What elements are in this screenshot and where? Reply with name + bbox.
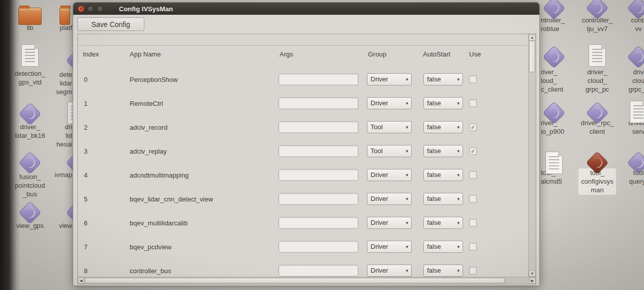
scroll-down-icon[interactable]: ▼: [529, 270, 536, 277]
app-diamond-icon: [627, 45, 644, 68]
autostart-select[interactable]: false ▾: [423, 145, 463, 157]
horizontal-scrollbar[interactable]: ◀ ▶: [78, 277, 536, 284]
table-row: 3 adciv_replay Tool ▾ false ▾ ✓: [78, 139, 528, 163]
scroll-up-icon[interactable]: ▲: [529, 34, 536, 41]
use-checkbox[interactable]: ✓: [469, 123, 477, 131]
use-checkbox[interactable]: [469, 75, 477, 83]
desktop-icon[interactable]: drivclougrpc_s: [608, 45, 644, 94]
maximize-icon[interactable]: [97, 6, 104, 12]
desktop-icon[interactable]: view: [11, 200, 72, 230]
use-checkbox[interactable]: [469, 99, 477, 107]
group-select[interactable]: Driver ▾: [367, 73, 412, 85]
close-icon[interactable]: ✕: [78, 6, 84, 12]
group-select[interactable]: Driver ▾: [367, 97, 412, 109]
group-select[interactable]: Tool ▾: [367, 145, 412, 157]
autostart-select-value: false: [427, 75, 441, 83]
desktop-icon-label: view: [11, 221, 72, 230]
autostart-select[interactable]: false ▾: [423, 121, 463, 133]
table-top-divider: [78, 45, 528, 46]
args-input[interactable]: [279, 145, 358, 157]
row-app-name: bqev_lidar_cnn_detect_view: [130, 195, 213, 202]
args-input[interactable]: [279, 217, 358, 228]
autostart-select-value: false: [427, 99, 441, 107]
row-app-name: controller_bus: [130, 267, 171, 274]
chevron-down-icon: ▾: [457, 196, 459, 201]
chevron-down-icon: ▾: [457, 149, 459, 154]
args-input[interactable]: [279, 265, 358, 276]
column-header-autostart: AutoStart: [423, 50, 450, 58]
row-app-name: adciv_replay: [130, 147, 167, 155]
group-select[interactable]: Driver ▾: [367, 193, 412, 205]
chevron-down-icon: ▾: [457, 220, 459, 225]
row-index: 8: [84, 267, 87, 274]
desktop-icon[interactable]: platf: [11, 4, 72, 32]
folder-icon: [59, 8, 70, 25]
row-index: 5: [84, 195, 87, 202]
table-row: 6 bqev_multilidarcalib Driver ▾ false ▾: [78, 211, 528, 235]
autostart-select[interactable]: false ▾: [423, 73, 463, 85]
column-header-use: Use: [469, 50, 481, 58]
row-app-name: bqev_pcdview: [130, 243, 171, 250]
use-checkbox[interactable]: [469, 195, 477, 202]
column-header-args: Args: [280, 50, 293, 58]
args-input[interactable]: [279, 193, 358, 205]
row-index: 2: [84, 123, 87, 131]
document-icon: [545, 152, 563, 174]
window-titlebar[interactable]: ✕ Config IVSysMan: [73, 3, 539, 15]
table-row: 0 PerceptionShow Driver ▾ false ▾: [78, 67, 528, 91]
use-checkbox[interactable]: [469, 243, 477, 250]
config-window: ✕ Config IVSysMan Save Config Index App …: [73, 2, 540, 286]
group-select[interactable]: Driver ▾: [367, 217, 412, 229]
scroll-right-icon[interactable]: ▶: [529, 277, 536, 284]
desktop-icon[interactable]: driver_serv: [608, 100, 644, 136]
chevron-down-icon: ▾: [406, 101, 408, 106]
autostart-select[interactable]: false ▾: [423, 241, 463, 253]
desktop-icon[interactable]: drilidhesai: [11, 101, 72, 149]
autostart-select[interactable]: false ▾: [423, 265, 463, 277]
group-select-value: Driver: [371, 243, 388, 250]
desktop-icon[interactable]: ivmap: [11, 151, 72, 179]
chevron-down-icon: ▾: [457, 77, 459, 82]
args-input[interactable]: [279, 97, 358, 109]
use-checkbox[interactable]: [469, 219, 477, 226]
desktop-icon-label: detelidarsegm: [11, 70, 72, 96]
scroll-left-icon[interactable]: ◀: [78, 277, 84, 284]
desktop-icon[interactable]: toolqueryr: [608, 151, 644, 186]
column-header-index: Index: [83, 50, 99, 58]
group-select-value: Tool: [371, 123, 383, 131]
autostart-select[interactable]: false ▾: [423, 193, 463, 205]
args-input[interactable]: [279, 73, 358, 85]
use-checkbox[interactable]: ✓: [469, 147, 477, 155]
args-input[interactable]: [279, 241, 358, 252]
autostart-select[interactable]: false ▾: [423, 169, 463, 181]
vertical-scrollbar[interactable]: ▲ ▼: [528, 34, 536, 277]
desktop-icon[interactable]: contrvv: [608, 0, 644, 33]
desktop-icon[interactable]: detelidarsegm: [11, 48, 72, 96]
desktop-icon-label: drivclougrpc_s: [608, 68, 644, 94]
table-row: 2 adciv_record Tool ▾ false ▾ ✓: [78, 115, 528, 139]
autostart-select-value: false: [427, 219, 441, 226]
row-index: 4: [84, 171, 87, 179]
desktop-icon-label: ivmap: [11, 170, 72, 179]
group-select[interactable]: Driver ▾: [367, 241, 412, 253]
args-input[interactable]: [279, 121, 358, 133]
table-row: 5 bqev_lidar_cnn_detect_view Driver ▾ fa…: [78, 187, 528, 211]
group-select[interactable]: Driver ▾: [367, 169, 412, 181]
save-config-button[interactable]: Save Config: [77, 17, 144, 31]
autostart-select[interactable]: false ▾: [423, 217, 463, 229]
autostart-select[interactable]: false ▾: [423, 97, 463, 109]
group-select[interactable]: Tool ▾: [367, 121, 412, 133]
use-checkbox[interactable]: [469, 267, 477, 274]
use-checkbox[interactable]: [469, 171, 477, 179]
row-app-name: adciv_record: [130, 123, 167, 131]
minimize-icon[interactable]: [87, 6, 94, 12]
args-input[interactable]: [279, 169, 358, 181]
autostart-select-value: false: [427, 147, 441, 155]
group-select[interactable]: Driver ▾: [367, 265, 412, 277]
chevron-down-icon: ▾: [406, 172, 408, 178]
horizontal-scrollbar-thumb[interactable]: [85, 278, 505, 283]
table-row: 1 RemoteCtrl Driver ▾ false ▾: [78, 91, 528, 115]
chevron-down-icon: ▾: [406, 220, 408, 225]
row-index: 6: [84, 219, 87, 226]
vertical-scrollbar-thumb[interactable]: [529, 41, 535, 72]
